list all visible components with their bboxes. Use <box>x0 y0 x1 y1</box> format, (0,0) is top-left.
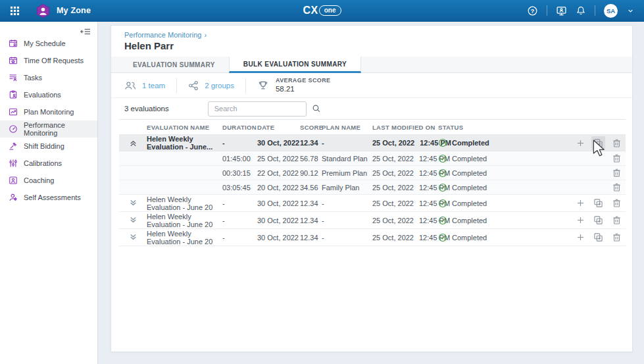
notifications-bell-icon[interactable] <box>576 5 586 16</box>
status-cell: Completed <box>438 154 552 163</box>
plan-name-cell: - <box>322 139 372 147</box>
groups-hierarchy-icon <box>188 80 199 91</box>
performance-monitoring-icon <box>9 124 18 134</box>
column-header-status[interactable]: STATUS <box>438 124 552 131</box>
column-header-plan-name[interactable]: PLAN NAME <box>322 124 372 131</box>
column-header-score[interactable]: SCORE <box>300 124 322 131</box>
delete-trash-icon[interactable] <box>612 153 622 163</box>
plan-name-cell: - <box>322 217 372 224</box>
column-header-date[interactable]: DATE <box>257 124 300 131</box>
team-link[interactable]: 1 team <box>124 80 165 91</box>
copy-icon[interactable] <box>593 215 603 225</box>
tab-bar: EVALUATION SUMMARY BULK EVALUATION SUMMA… <box>111 57 632 73</box>
sidebar-item-coaching[interactable]: Coaching <box>0 172 97 189</box>
status-cell: Completed <box>438 233 552 242</box>
collapse-row-chevrons-icon[interactable] <box>119 138 147 148</box>
tab-evaluation-summary[interactable]: EVALUATION SUMMARY <box>119 57 229 72</box>
stats-divider <box>176 78 177 93</box>
table-row[interactable]: Helen Weekly Evaluation - June... - 30 O… <box>119 135 626 151</box>
copy-icon[interactable] <box>593 232 603 242</box>
user-avatar[interactable]: SA <box>604 4 618 18</box>
app-launcher-button[interactable] <box>0 0 29 21</box>
plan-name-cell: Premium Plan <box>322 169 372 177</box>
plan-monitoring-icon <box>9 107 18 117</box>
sidebar-item-label: Plan Monitoring <box>24 108 74 116</box>
sidebar-item-time-off-requests[interactable]: Time Off Requests <box>0 52 97 69</box>
delete-trash-icon[interactable] <box>612 138 622 148</box>
status-cell: Completed <box>438 138 552 147</box>
status-completed-icon <box>438 169 447 178</box>
sidebar-item-label: Shift Bidding <box>24 142 64 150</box>
column-header-evaluation-name[interactable]: EVALUATION NAME <box>147 124 222 131</box>
sidebar-item-label: Calibrations <box>24 159 62 167</box>
duration-cell: - <box>222 217 257 224</box>
evaluations-count: 3 evaluations <box>124 105 169 113</box>
sidebar-item-performance-monitoring[interactable]: Performance Monitoring <box>0 120 97 138</box>
evaluation-name-cell: Helen Weekly Evaluation - June 20 <box>147 230 222 246</box>
coaching-icon <box>9 176 18 185</box>
date-cell: 30 Oct, 2022 <box>257 234 300 242</box>
sidebar-item-plan-monitoring[interactable]: Plan Monitoring <box>0 103 97 120</box>
top-bar: My Zone CXone SA <box>0 0 644 22</box>
table-row[interactable]: Helen Weekly Evaluation - June 20 - 30 O… <box>119 229 626 246</box>
status-completed-icon <box>438 216 447 225</box>
score-cell: 12.34 <box>300 234 322 242</box>
add-plus-icon[interactable] <box>576 139 585 147</box>
copy-icon[interactable] <box>593 198 603 208</box>
search-input[interactable] <box>209 105 312 113</box>
tab-bulk-evaluation-summary[interactable]: BULK EVALUATION SUMMARY <box>229 57 361 73</box>
delete-trash-icon[interactable] <box>612 182 622 192</box>
last-modified-cell: 25 Oct, 202212:45 PM <box>372 155 438 163</box>
breadcrumb[interactable]: Performance Monitoring › <box>124 31 207 39</box>
table-row[interactable]: 00:30:15 22 Oct, 2022 90.12 Premium Plan… <box>119 166 626 180</box>
duration-cell: 01:45:00 <box>222 155 257 163</box>
status-completed-icon <box>438 183 447 192</box>
delete-trash-icon[interactable] <box>612 215 622 225</box>
status-badge: Completed <box>452 184 487 192</box>
groups-link[interactable]: 2 groups <box>188 80 234 91</box>
evaluation-name-cell: Helen Weekly Evaluation - June... <box>147 135 222 151</box>
delete-trash-icon[interactable] <box>612 168 622 178</box>
table-row[interactable]: Helen Weekly Evaluation - June 20 - 30 O… <box>119 195 626 212</box>
status-cell: Completed <box>438 183 552 192</box>
search-icon[interactable] <box>312 104 326 113</box>
last-modified-cell: 25 Oct, 202212:45 PM <box>372 217 438 224</box>
collapse-sidebar-icon[interactable] <box>78 25 93 38</box>
trophy-icon <box>257 80 269 91</box>
delete-trash-icon[interactable] <box>612 198 622 208</box>
sidebar-item-shift-bidding[interactable]: Shift Bidding <box>0 138 97 155</box>
avatar-chevron-down-icon[interactable] <box>626 7 635 15</box>
sidebar-item-calibrations[interactable]: Calibrations <box>0 155 97 172</box>
expand-row-chevrons-icon[interactable] <box>119 232 147 242</box>
table-row[interactable]: 03:05:45 20 Oct, 2022 34.56 Family Plan … <box>119 180 626 195</box>
breadcrumb-link[interactable]: Performance Monitoring <box>124 31 201 39</box>
table-row[interactable]: Helen Weekly Evaluation - June 20 - 30 O… <box>119 212 626 229</box>
evaluations-table: EVALUATION NAME DURATION DATE SCORE PLAN… <box>119 119 626 246</box>
date-cell: 25 Oct, 2022 <box>257 155 300 163</box>
plan-name-cell: Standard Plan <box>322 155 372 163</box>
plan-name-cell: Family Plan <box>322 184 372 192</box>
sidebar-item-label: My Schedule <box>24 39 66 47</box>
stats-divider <box>245 78 246 93</box>
add-plus-icon[interactable] <box>576 233 585 242</box>
status-badge: Completed <box>452 234 487 242</box>
sidebar-item-label: Tasks <box>24 74 42 82</box>
help-icon[interactable] <box>527 5 538 16</box>
column-header-last-modified-on[interactable]: LAST MODIFIED ON <box>372 124 438 131</box>
column-header-duration[interactable]: DURATION <box>222 124 257 131</box>
delete-trash-icon[interactable] <box>612 232 622 242</box>
expand-row-chevrons-icon[interactable] <box>119 198 147 208</box>
add-plus-icon[interactable] <box>576 216 585 224</box>
add-plus-icon[interactable] <box>576 199 585 207</box>
last-modified-cell: 25 Oct, 202212:45 PM <box>372 139 438 147</box>
expand-row-chevrons-icon[interactable] <box>119 215 147 225</box>
screen-share-icon[interactable] <box>556 5 567 16</box>
copy-icon[interactable] <box>591 136 605 150</box>
cxone-logo: CXone <box>303 5 341 16</box>
sidebar-item-evaluations[interactable]: Evaluations <box>0 86 97 103</box>
table-row[interactable]: 01:45:00 25 Oct, 2022 56.78 Standard Pla… <box>119 151 626 166</box>
status-completed-icon <box>438 154 447 163</box>
sidebar-item-self-assessments[interactable]: Self Assessments <box>0 189 97 206</box>
duration-cell: 00:30:15 <box>222 169 257 177</box>
sidebar-item-tasks[interactable]: Tasks <box>0 69 97 86</box>
